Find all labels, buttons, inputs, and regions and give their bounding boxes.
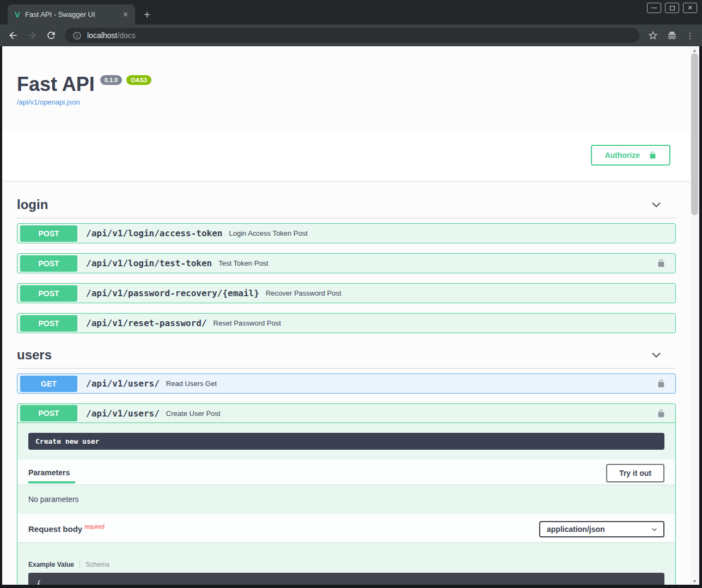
endpoint-row[interactable]: POST /api/v1/login/access-token Login Ac… — [17, 223, 676, 243]
method-badge: GET — [20, 376, 77, 392]
tab-divider — [80, 560, 80, 568]
new-tab-button[interactable]: + — [144, 9, 150, 20]
scrollbar-thumb[interactable] — [691, 53, 698, 215]
example-code-block[interactable]: { — [28, 573, 664, 585]
endpoint-path: /api/v1/users/ — [86, 378, 160, 389]
method-badge: POST — [20, 405, 77, 421]
minimize-icon — [651, 8, 657, 9]
endpoint-summary: Login Access Token Post — [229, 229, 307, 237]
page-scrollbar[interactable]: ▲ ▼ — [690, 46, 699, 585]
unlocked-padlock-icon — [657, 408, 666, 419]
unlocked-padlock-icon — [657, 258, 666, 268]
swagger-page: Fast API 0.1.0 OAS3 /api/v1/openapi.json… — [2, 46, 690, 585]
operation-description: Create new user — [28, 433, 664, 450]
browser-menu-icon[interactable]: ⋮ — [686, 32, 694, 40]
parameters-header: Parameters Try it out — [17, 460, 675, 485]
request-body-label: Request body — [28, 524, 82, 534]
endpoint-path: /api/v1/reset-password/ — [86, 318, 207, 328]
endpoint-summary: Test Token Post — [218, 259, 268, 267]
endpoint-summary: Reset Password Post — [213, 319, 281, 327]
scroll-down-arrow-icon[interactable]: ▼ — [690, 578, 699, 584]
forward-icon[interactable] — [27, 30, 38, 41]
authorize-label: Authorize — [605, 151, 640, 160]
site-info-icon[interactable] — [72, 31, 82, 40]
endpoint-row[interactable]: POST /api/v1/reset-password/ Reset Passw… — [17, 313, 676, 333]
page-title: Fast API — [17, 74, 95, 95]
endpoint-summary: Create User Post — [166, 409, 221, 418]
tab-title: Fast API - Swagger UI — [25, 10, 121, 19]
openapi-spec-link[interactable]: /api/v1/openapi.json — [17, 98, 80, 106]
method-badge: POST — [20, 315, 77, 332]
content-row: Fast API 0.1.0 OAS3 /api/v1/openapi.json… — [0, 46, 702, 588]
tag-title: users — [17, 347, 52, 363]
site-favicon-icon: V — [15, 10, 20, 19]
browser-tab[interactable]: V Fast API - Swagger UI × — [8, 4, 135, 24]
chevron-down-icon — [651, 526, 658, 533]
try-it-out-button[interactable]: Try it out — [606, 464, 664, 482]
oas3-badge: OAS3 — [126, 75, 151, 85]
maximize-button[interactable] — [665, 3, 679, 13]
method-badge: POST — [20, 255, 77, 272]
maximize-icon — [670, 6, 675, 10]
endpoint-row[interactable]: POST /api/v1/password-recovery/{email} R… — [17, 283, 676, 303]
url-path: /docs — [117, 31, 135, 40]
tag-section-login: login POST /api/v1/login/access-token Lo… — [17, 194, 676, 333]
browser-toolbar: localhost/docs ⋮ — [0, 24, 702, 46]
endpoint-path: /api/v1/login/test-token — [86, 258, 212, 268]
url-bar[interactable]: localhost/docs — [65, 28, 639, 43]
api-info: Fast API 0.1.0 OAS3 /api/v1/openapi.json — [2, 46, 690, 107]
method-badge: POST — [20, 285, 77, 302]
operation-body: Create new user Parameters Try it out No… — [17, 433, 675, 585]
version-badge: 0.1.0 — [100, 75, 122, 85]
endpoint-summary: Read Users Get — [166, 379, 217, 388]
close-icon: ✕ — [687, 4, 692, 11]
endpoint-path: /api/v1/users/ — [86, 408, 160, 419]
tag-title: login — [17, 197, 48, 212]
tab-close-icon[interactable]: × — [121, 10, 130, 19]
scheme-container: Authorize — [2, 130, 690, 181]
unlocked-padlock-icon — [649, 150, 657, 160]
unlocked-padlock-icon — [657, 378, 666, 389]
required-flag: required — [84, 524, 105, 530]
authorize-button[interactable]: Authorize — [591, 145, 670, 166]
content-type-value: application/json — [547, 525, 605, 534]
auth-lock-button[interactable] — [657, 258, 666, 268]
tab-schema[interactable]: Schema — [86, 561, 109, 568]
auth-lock-button[interactable] — [657, 408, 666, 419]
incognito-icon — [667, 30, 677, 41]
back-icon[interactable] — [8, 30, 19, 41]
minimize-button[interactable] — [647, 3, 661, 13]
browser-titlebar: V Fast API - Swagger UI × + ✕ — [0, 0, 702, 24]
endpoint-row-expanded: POST /api/v1/users/ Create User Post Cre… — [17, 403, 676, 585]
tab-parameters[interactable]: Parameters — [28, 463, 75, 483]
url-host: localhost — [87, 31, 117, 40]
auth-lock-button[interactable] — [657, 378, 666, 389]
content-type-select[interactable]: application/json — [539, 521, 664, 537]
endpoint-row[interactable]: GET /api/v1/users/ Read Users Get — [17, 373, 676, 394]
request-body-header: Request bodyrequired application/json — [17, 514, 675, 542]
browser-window: V Fast API - Swagger UI × + ✕ localhost/… — [0, 0, 702, 588]
scroll-up-arrow-icon[interactable]: ▲ — [690, 47, 699, 53]
operations-list: login POST /api/v1/login/access-token Lo… — [2, 181, 690, 585]
tag-header-users[interactable]: users — [17, 344, 676, 369]
endpoint-summary-row[interactable]: POST /api/v1/users/ Create User Post — [17, 404, 675, 423]
endpoint-summary: Recover Password Post — [266, 289, 341, 297]
tag-header-login[interactable]: login — [17, 194, 676, 218]
chevron-down-icon[interactable] — [651, 199, 662, 210]
example-area: Example Value Schema { — [17, 542, 675, 585]
url-text: localhost/docs — [87, 30, 136, 40]
bookmark-star-icon[interactable] — [648, 30, 658, 41]
tab-example-value[interactable]: Example Value — [28, 561, 74, 568]
endpoint-path: /api/v1/password-recovery/{email} — [86, 288, 259, 298]
reload-icon[interactable] — [46, 30, 57, 41]
endpoint-row[interactable]: POST /api/v1/login/test-token Test Token… — [17, 253, 676, 273]
close-button[interactable]: ✕ — [683, 3, 697, 13]
endpoint-path: /api/v1/login/access-token — [86, 228, 222, 238]
method-badge: POST — [20, 225, 77, 242]
chevron-down-icon[interactable] — [651, 350, 662, 360]
no-parameters-text: No parameters — [17, 485, 675, 514]
window-controls: ✕ — [647, 3, 697, 13]
tag-section-users: users GET /api/v1/users/ Read Users Get — [17, 344, 676, 585]
